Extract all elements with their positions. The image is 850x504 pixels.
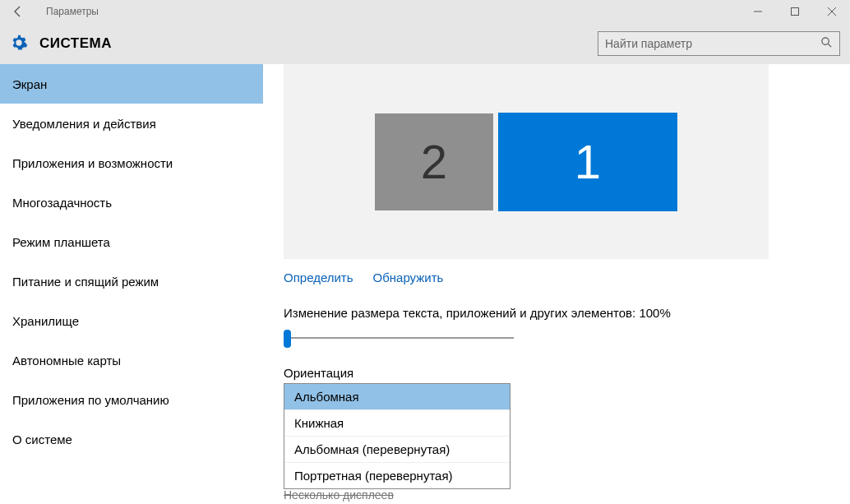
window-title: Параметры — [46, 6, 99, 17]
monitor-1-label: 1 — [575, 134, 601, 189]
identify-link[interactable]: Определить — [284, 270, 353, 284]
option-label: Книжная — [294, 416, 344, 430]
close-button[interactable] — [813, 0, 850, 23]
sidebar-item-display[interactable]: Экран — [0, 64, 263, 104]
sidebar-item-label: Экран — [12, 77, 47, 91]
sidebar-item-label: Многозадачность — [12, 196, 112, 210]
sidebar-item-apps-features[interactable]: Приложения и возможности — [0, 143, 263, 183]
orientation-option-portrait-flipped[interactable]: Портретная (перевернутая) — [284, 463, 510, 489]
header: СИСТЕМА — [0, 23, 850, 64]
scale-label: Изменение размера текста, приложений и д… — [284, 306, 850, 320]
search-input[interactable] — [605, 37, 820, 50]
multi-display-label: Несколько дисплеев — [284, 488, 850, 502]
page-title: СИСТЕМА — [39, 35, 112, 52]
slider-thumb[interactable] — [284, 330, 291, 348]
monitor-2-label: 2 — [421, 134, 447, 189]
minimize-icon — [754, 7, 762, 16]
monitor-2[interactable]: 2 — [375, 113, 493, 210]
option-label: Альбомная — [294, 390, 359, 404]
content-area: 2 1 Определить Обнаружить Изменение разм… — [263, 64, 850, 504]
search-box[interactable] — [598, 31, 840, 56]
gear-icon — [10, 34, 28, 54]
maximize-button[interactable] — [776, 0, 813, 23]
monitor-layout[interactable]: 2 1 — [284, 64, 769, 259]
sidebar-item-tablet-mode[interactable]: Режим планшета — [0, 222, 263, 261]
orientation-option-landscape[interactable]: Альбомная — [284, 384, 510, 410]
sidebar-item-about[interactable]: О системе — [0, 419, 263, 459]
scale-slider[interactable] — [284, 328, 514, 349]
sidebar: Экран Уведомления и действия Приложения … — [0, 64, 263, 504]
monitor-1[interactable]: 1 — [498, 113, 677, 211]
detect-link[interactable]: Обнаружить — [373, 270, 444, 284]
orientation-option-landscape-flipped[interactable]: Альбомная (перевернутая) — [284, 437, 510, 463]
sidebar-item-label: Уведомления и действия — [12, 117, 156, 131]
svg-line-5 — [828, 44, 831, 47]
orientation-dropdown[interactable]: Альбомная Книжная Альбомная (перевернута… — [284, 383, 510, 489]
back-button[interactable] — [7, 5, 30, 18]
arrow-left-icon — [12, 5, 25, 18]
search-icon — [820, 36, 833, 51]
sidebar-item-storage[interactable]: Хранилище — [0, 301, 263, 340]
close-icon — [828, 7, 836, 16]
sidebar-item-power-sleep[interactable]: Питание и спящий режим — [0, 261, 263, 301]
orientation-option-portrait[interactable]: Книжная — [284, 410, 510, 437]
sidebar-item-multitasking[interactable]: Многозадачность — [0, 183, 263, 222]
option-label: Портретная (перевернутая) — [294, 469, 453, 483]
option-label: Альбомная (перевернутая) — [294, 442, 450, 456]
window-controls — [739, 0, 850, 23]
sidebar-item-offline-maps[interactable]: Автономные карты — [0, 340, 263, 380]
svg-rect-1 — [791, 8, 798, 16]
orientation-label: Ориентация — [284, 366, 850, 380]
sidebar-item-notifications[interactable]: Уведомления и действия — [0, 104, 263, 143]
sidebar-item-label: Хранилище — [12, 314, 79, 328]
titlebar: Параметры — [0, 0, 850, 23]
sidebar-item-label: Автономные карты — [12, 354, 121, 368]
sidebar-item-label: Приложения по умолчанию — [12, 393, 169, 407]
minimize-button[interactable] — [739, 0, 776, 23]
sidebar-item-label: Режим планшета — [12, 235, 110, 249]
slider-track — [287, 337, 514, 339]
svg-point-4 — [822, 38, 829, 44]
sidebar-item-label: Питание и спящий режим — [12, 275, 159, 289]
sidebar-item-label: О системе — [12, 432, 72, 446]
sidebar-item-label: Приложения и возможности — [12, 156, 173, 170]
maximize-icon — [791, 7, 799, 16]
sidebar-item-default-apps[interactable]: Приложения по умолчанию — [0, 380, 263, 419]
